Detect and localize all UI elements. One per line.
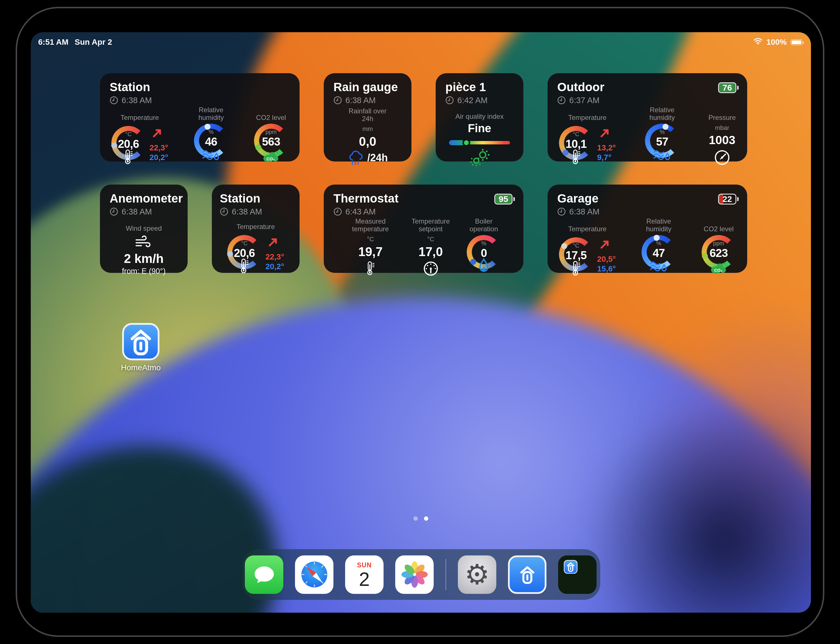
humidity-gauge: % 46 xyxy=(194,123,228,158)
co2-gauge: ppm 563 CO₂ xyxy=(254,123,288,158)
widget-garage[interactable]: Garage 22 6:38 AM Temperature °C 17,5 xyxy=(548,184,747,273)
trend-up-icon xyxy=(599,238,611,250)
widget-title: Station xyxy=(220,192,292,205)
homeatmo-icon xyxy=(515,562,540,587)
dock-icon-settings[interactable]: ⚙ xyxy=(458,555,496,594)
air-quality-marker xyxy=(463,139,470,147)
pressure-unit: mbar xyxy=(715,124,729,131)
compass-icon xyxy=(299,559,330,590)
humidity-gauge: % 47 xyxy=(641,235,676,269)
flower-icon xyxy=(400,559,430,590)
metric-co2: CO2 level ppm 623 CO₂ xyxy=(702,217,736,274)
temperature-gauge: °C 17,5 xyxy=(559,237,593,271)
widget-title: Thermostat xyxy=(333,192,514,205)
widget-updated-time: 6:38 AM xyxy=(220,207,292,216)
svg-text:CO₂: CO₂ xyxy=(266,156,275,161)
clock-icon xyxy=(220,207,228,216)
home-screen: 6:51 AM Sun Apr 2 100% Station 6:38 AM T… xyxy=(31,32,811,613)
thermometer-icon xyxy=(123,148,133,166)
wind-direction: from: E (90°) xyxy=(122,267,166,276)
wind-speed-label: Wind speed xyxy=(126,216,162,232)
widget-station-2[interactable]: Station 6:38 AM Temperature °C 20,6 xyxy=(212,184,300,273)
temp-min: 20,2° xyxy=(149,153,168,163)
clock-icon xyxy=(333,96,342,105)
widget-thermostat[interactable]: Thermostat 95 6:43 AM Measured temperatu… xyxy=(324,184,523,273)
humidity-icon xyxy=(649,261,668,274)
measured-value: 19,7 xyxy=(358,245,383,259)
temp-min: 9,7° xyxy=(597,153,611,163)
metric-humidity: Relative humidity % 57 xyxy=(639,105,685,167)
widget-updated-time: 6:38 AM xyxy=(557,207,738,216)
widget-rain-gauge[interactable]: Rain gauge 6:38 AM Rainfall over 24h mm … xyxy=(324,73,412,161)
air-quality-value: Fine xyxy=(468,122,491,135)
pressure-dial-icon xyxy=(714,149,730,167)
metric-co2: CO2 level ppm 563 CO₂ xyxy=(254,105,288,163)
widget-updated-time: 6:43 AM xyxy=(333,207,514,216)
dock-icon-photos[interactable] xyxy=(395,555,434,594)
page-dot-active[interactable] xyxy=(424,516,428,521)
dock-icon-homeatmo[interactable] xyxy=(508,555,546,594)
widget-title: pièce 1 xyxy=(445,80,514,94)
trend-up-icon xyxy=(151,127,164,139)
widget-anemometer[interactable]: Anemometer 6:38 AM Wind speed 2 km/h fro… xyxy=(100,184,188,273)
dock-icon-safari[interactable] xyxy=(295,555,333,594)
widget-updated-time: 6:38 AM xyxy=(110,207,178,216)
page-indicator[interactable] xyxy=(31,516,811,521)
dock-icon-calendar[interactable]: SUN 2 xyxy=(345,555,384,594)
calendar-day: SUN xyxy=(357,562,372,569)
app-icon-homeatmo[interactable]: HomeAtmo xyxy=(122,323,159,372)
temp-min: 15,6° xyxy=(597,264,616,274)
clock-icon xyxy=(557,96,566,105)
widget-updated-time: 6:42 AM xyxy=(445,96,514,105)
metric-humidity: Relative humidity % 47 xyxy=(636,217,681,274)
setpoint-value: 17,0 xyxy=(418,245,443,259)
metric-measured-temperature: Measured temperature °C 19,7 xyxy=(342,217,399,278)
widget-title: Station xyxy=(110,80,290,94)
clock-icon xyxy=(110,207,118,216)
thermometer-icon xyxy=(571,148,581,166)
temperature-gauge: °C 20,6 xyxy=(227,235,261,269)
metric-boiler: Boiler operation % 0 xyxy=(463,217,505,278)
wind-icon xyxy=(135,235,153,250)
speech-bubble-icon xyxy=(252,562,277,587)
rainfall-period: /24h xyxy=(368,152,388,164)
widget-title: Anemometer xyxy=(110,192,178,205)
thermometer-icon xyxy=(571,259,581,278)
status-bar: 6:51 AM Sun Apr 2 100% xyxy=(31,32,811,49)
widget-station-1[interactable]: Station 6:38 AM Temperature °C 20,6 xyxy=(100,73,300,161)
co2-cloud-icon: CO₂ xyxy=(709,260,728,274)
co2-gauge: ppm 623 CO₂ xyxy=(702,235,736,269)
humidity-icon xyxy=(653,149,671,163)
page-dot[interactable] xyxy=(413,516,418,521)
temp-max: 22,3° xyxy=(266,252,284,262)
wifi-icon xyxy=(753,38,763,47)
wind-speed-value: 2 km/h xyxy=(124,251,164,266)
dock-icon-messages[interactable] xyxy=(245,555,283,594)
widget-title: Garage xyxy=(557,192,738,205)
clock-icon xyxy=(557,207,566,216)
thermometer-icon xyxy=(240,256,249,276)
trend-up-icon xyxy=(599,127,611,139)
metric-temperature: Temperature °C 17,5 20,5° 15,6° xyxy=(559,217,616,274)
widget-piece-1[interactable]: pièce 1 6:42 AM Air quality index Fine xyxy=(436,73,523,161)
air-particles-icon xyxy=(469,148,491,167)
sensor-battery-badge: 76 xyxy=(718,82,737,93)
flame-icon xyxy=(477,258,491,276)
ipad-device-frame: 6:51 AM Sun Apr 2 100% Station 6:38 AM T… xyxy=(16,7,824,637)
setpoint-dial-icon xyxy=(423,261,439,278)
widget-outdoor[interactable]: Outdoor 76 6:37 AM Temperature °C 10,1 xyxy=(548,73,747,161)
air-quality-label: Air quality index xyxy=(455,105,504,120)
svg-text:CO₂: CO₂ xyxy=(714,268,722,273)
dock-separator xyxy=(445,559,446,590)
air-quality-scale xyxy=(449,141,510,145)
temperature-gauge: °C 20,6 xyxy=(112,126,146,160)
battery-icon xyxy=(791,39,802,45)
metric-pressure: Pressure mbar 1003 xyxy=(709,105,736,167)
widget-title: Outdoor xyxy=(557,80,738,94)
dock-recent-app-homeatmo[interactable] xyxy=(558,555,597,594)
humidity-gauge: % 57 xyxy=(645,123,679,158)
widget-updated-time: 6:37 AM xyxy=(557,96,738,105)
status-date: Sun Apr 2 xyxy=(75,38,112,47)
boiler-gauge: % 0 xyxy=(467,235,501,269)
temp-min: 20,2° xyxy=(266,262,284,271)
